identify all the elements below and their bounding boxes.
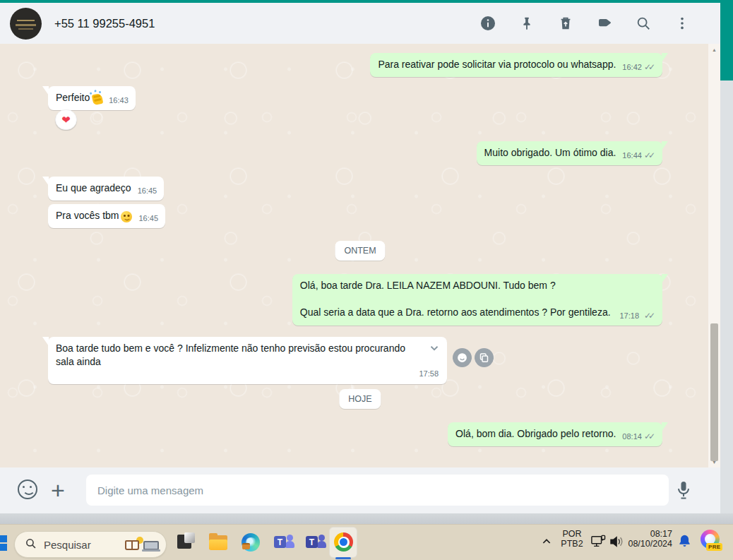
composer-bar: + — [0, 467, 720, 513]
message-time: 16:44 — [622, 149, 642, 162]
start-button[interactable] — [0, 535, 8, 551]
notification-bell-icon[interactable] — [678, 534, 691, 552]
message-bubble-outgoing: Para reativar pode solicitar via protoco… — [370, 53, 662, 77]
header-actions — [479, 3, 691, 44]
tray-time: 08:17 — [624, 529, 672, 539]
windows-taskbar: Pesquisar T T POR PTB2 — [0, 524, 733, 560]
volume-icon[interactable] — [609, 535, 626, 551]
teams-classic-icon[interactable]: T — [274, 532, 295, 554]
emoji-picker-icon[interactable] — [18, 479, 37, 499]
tray-date: 08/10/2024 — [624, 539, 672, 549]
microphone-icon[interactable] — [675, 480, 692, 503]
message-bubble-outgoing: Olá, bom dia. Obrigado pelo retorno. 08:… — [448, 422, 662, 446]
chat-header: +55 11 99255-4951 — [0, 3, 720, 44]
taskbar-search[interactable]: Pesquisar — [14, 531, 167, 558]
scroll-up-arrow[interactable]: ▲ — [708, 45, 720, 54]
file-explorer-icon[interactable] — [208, 532, 230, 554]
copy-message-button[interactable] — [475, 348, 494, 367]
info-icon[interactable] — [479, 15, 496, 32]
search-icon — [25, 537, 37, 552]
label-icon[interactable] — [596, 15, 613, 32]
copilot-pre-badge: PRE — [706, 543, 722, 551]
search-icon[interactable] — [635, 15, 652, 32]
message-time: 17:18 — [619, 311, 639, 320]
taskbar-app-snip-icon[interactable] — [177, 532, 198, 554]
message-bubble-incoming: Perfeito 16:43 — [48, 86, 136, 110]
smiling-face-emoji — [121, 211, 132, 222]
double-check-icon: ✓✓ — [644, 149, 655, 162]
clap-emoji — [92, 93, 104, 106]
message-time: 16:43 — [109, 94, 129, 107]
message-time: 16:45 — [138, 212, 158, 225]
date-divider: HOJE — [339, 389, 381, 409]
message-bubble-outgoing: Olá, boa tarde Dra. LEILA NAZEM ABDOUNI.… — [292, 274, 662, 326]
windows-logo-icon — [0, 535, 7, 551]
chrome-logo-icon — [334, 532, 353, 552]
red-heart-emoji: ❤ — [61, 114, 71, 125]
avatar-logo-mark — [18, 28, 33, 30]
avatar-logo-mark — [17, 20, 35, 21]
message-text: Muito obrigado. Um ótimo dia. — [484, 146, 616, 160]
screen: +55 11 99255-4951 — [0, 0, 733, 560]
language-indicator[interactable]: POR PTB2 — [557, 529, 587, 549]
scroll-down-arrow[interactable]: ▼ — [708, 458, 720, 466]
page-background-strip — [720, 0, 733, 524]
chat-scrollbar[interactable]: ▲ ▼ — [708, 44, 720, 467]
message-time: 16:42 — [622, 61, 642, 74]
edge-browser-icon[interactable] — [241, 532, 262, 554]
whatsapp-accent-bar — [0, 0, 733, 3]
avatar-logo-mark — [16, 24, 36, 26]
active-app-indicator — [335, 557, 351, 559]
language-line1: POR — [557, 529, 587, 539]
clock-date[interactable]: 08:17 08/10/2024 — [624, 529, 672, 549]
message-text: Eu que agradeço — [56, 181, 131, 195]
tray-expand-chevron-icon[interactable] — [541, 536, 552, 547]
pin-icon[interactable] — [518, 15, 535, 32]
message-reaction-badge[interactable]: ❤ — [55, 109, 77, 130]
double-check-icon: ✓✓ — [644, 311, 655, 321]
message-time: 16:45 — [138, 184, 157, 198]
message-text: Olá, bom dia. Obrigado pelo retorno. — [455, 427, 616, 441]
menu-kebab-icon[interactable] — [674, 15, 691, 32]
scrollbar-thumb[interactable] — [710, 323, 718, 461]
message-text-line: Olá, boa tarde Dra. LEILA NAZEM ABDOUNI.… — [300, 279, 655, 292]
message-time: 17:58 — [419, 367, 439, 381]
attach-plus-icon[interactable]: + — [51, 473, 65, 507]
double-check-icon: ✓✓ — [644, 430, 655, 443]
message-text: Pra vocês tbm — [56, 209, 119, 222]
message-bubble-incoming: Boa tarde tudo bem e você ? Infelizmente… — [48, 337, 447, 384]
language-line2: PTB2 — [557, 539, 587, 549]
message-bubble-incoming: Eu que agradeço 16:45 — [48, 177, 164, 201]
teams-icon[interactable]: T — [306, 532, 327, 554]
message-text: Perfeito — [56, 91, 90, 105]
message-bubble-outgoing: Muito obrigado. Um ótimo dia. 16:44 ✓✓ — [477, 141, 662, 165]
message-time: 08:14 — [622, 430, 642, 443]
chrome-browser-icon-active[interactable] — [329, 527, 357, 558]
page-background-teal-band — [720, 0, 733, 81]
message-list: Para reativar pode solicitar via protoco… — [0, 44, 720, 467]
search-label: Pesquisar — [44, 539, 91, 551]
message-text: Para reativar pode solicitar via protoco… — [378, 58, 616, 71]
message-text: Boa tarde tudo bem e você ? Infelizmente… — [56, 342, 405, 367]
contact-avatar[interactable] — [10, 8, 42, 40]
double-check-icon: ✓✓ — [644, 61, 655, 74]
message-menu-chevron-down-icon[interactable] — [428, 342, 441, 358]
delete-restore-icon[interactable] — [557, 15, 574, 32]
search-highlight-art — [125, 537, 159, 554]
contact-phone-title[interactable]: +55 11 99255-4951 — [54, 3, 155, 44]
copilot-icon[interactable]: PRE — [701, 530, 720, 549]
message-text-line: Qual seria a data que a Dra. retorno aos… — [300, 306, 611, 318]
window-bottom-edge — [0, 513, 733, 524]
message-input[interactable] — [86, 475, 669, 506]
network-icon[interactable] — [590, 535, 606, 552]
react-emoji-button[interactable] — [453, 348, 472, 367]
date-divider: ONTEM — [335, 241, 385, 261]
message-bubble-incoming: Pra vocês tbm 16:45 — [48, 204, 165, 228]
